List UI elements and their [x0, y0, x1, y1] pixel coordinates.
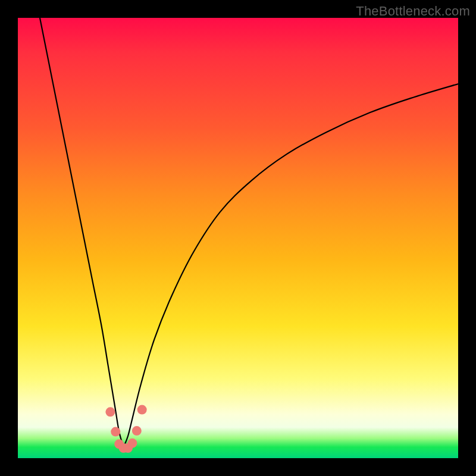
trough-marker — [111, 427, 120, 437]
trough-marker-group — [105, 405, 146, 453]
trough-marker — [132, 426, 142, 436]
chart-frame: TheBottleneck.com — [0, 0, 476, 476]
watermark-text: TheBottleneck.com — [356, 4, 470, 19]
curve-layer — [18, 18, 458, 458]
plot-area — [18, 18, 458, 458]
curve-right-branch — [124, 84, 458, 447]
trough-marker — [127, 439, 137, 448]
curve-left-branch — [40, 18, 124, 447]
trough-marker — [105, 407, 115, 416]
trough-marker — [137, 405, 147, 415]
